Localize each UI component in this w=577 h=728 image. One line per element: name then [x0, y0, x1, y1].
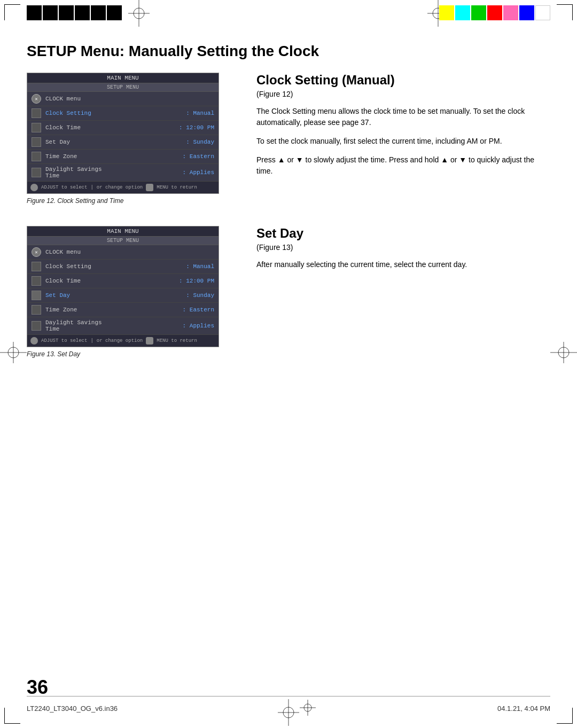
- menu13-label-1: Clock Time: [45, 278, 179, 284]
- menu12-footer: ADJUST to select | or change option MENU…: [27, 182, 219, 193]
- menu12-value-3: : Eastern: [183, 153, 214, 160]
- menu12-clock-icon: ✕: [32, 94, 41, 104]
- menu12-icon-2: [32, 137, 41, 147]
- black-bar-3: [59, 5, 74, 20]
- footer-right: 04.1.21, 4:04 PM: [497, 704, 550, 713]
- menu12-footer-icon2: [146, 184, 153, 191]
- menu12-value-0: : Manual: [186, 110, 214, 116]
- menu13-icon-2: [32, 291, 41, 300]
- menu13-icon-3: [32, 305, 41, 315]
- figure13-left: MAIN MENU SETUP MENU ✕ CLOCK menu Clock …: [27, 226, 240, 358]
- menu13-value-2: : Sunday: [186, 292, 214, 299]
- figure13-caption: Figure 13. Set Day: [27, 350, 240, 358]
- color-bar-1: [439, 5, 454, 20]
- color-bar-4: [487, 5, 502, 20]
- menu13-label-0: Clock Setting: [45, 263, 186, 270]
- menu12-footer-icon: [30, 184, 38, 191]
- menu13-value-4: : Applies: [183, 323, 214, 329]
- corner-mark-tr: [557, 4, 573, 20]
- menu13-item-0: Clock Setting : Manual: [27, 260, 219, 274]
- black-bar-1: [27, 5, 42, 20]
- black-bar-2: [43, 5, 58, 20]
- black-bar-6: [107, 5, 122, 20]
- menu12-clock-label: CLOCK menu: [45, 96, 214, 102]
- page-number: 36: [27, 676, 48, 699]
- menu13-footer-icon: [30, 337, 38, 345]
- menu13-footer-sep: |: [90, 338, 93, 343]
- crosshair-top-left: [128, 0, 150, 29]
- crosshair-right: [550, 342, 577, 365]
- corner-mark-bl: [4, 708, 20, 724]
- figure12-text2: To set the clock manually, first select …: [256, 136, 550, 147]
- menu12-label-2: Set Day: [45, 139, 186, 145]
- menu13-footer-text2: or change option: [97, 338, 143, 343]
- menu12-footer-text2: or change option: [97, 185, 143, 190]
- menu13-footer-text3: MENU to return: [157, 338, 197, 343]
- menu12-clock-menu: ✕ CLOCK menu: [27, 92, 219, 106]
- menu13-label-4: Daylight SavingsTime: [45, 319, 183, 332]
- menu13-icon-4: [32, 321, 41, 331]
- menu13-subheader: SETUP MENU: [27, 237, 219, 245]
- figure12-right: Clock Setting (Manual) (Figure 12) The C…: [256, 73, 550, 205]
- menu12-label-3: Time Zone: [45, 153, 183, 160]
- page-content: SETUP Menu: Manually Setting the Clock M…: [27, 32, 550, 701]
- figure12-text3: Press ▲ or ▼ to slowly adjust the time. …: [256, 154, 550, 177]
- menu13-label-2: Set Day: [45, 292, 186, 299]
- figure13-menu: MAIN MENU SETUP MENU ✕ CLOCK menu Clock …: [27, 226, 219, 347]
- menu12-subheader: SETUP MENU: [27, 83, 219, 92]
- black-bar-4: [75, 5, 90, 20]
- menu13-footer-icon2: [146, 337, 153, 345]
- figure12-heading: Clock Setting (Manual): [256, 73, 550, 88]
- page-footer: LT2240_LT3040_OG_v6.in36 04.1.21, 4:04 P…: [27, 696, 550, 717]
- menu13-clock-menu: ✕ CLOCK menu: [27, 245, 219, 260]
- page-title: SETUP Menu: Manually Setting the Clock: [27, 43, 550, 60]
- figure13-section: MAIN MENU SETUP MENU ✕ CLOCK menu Clock …: [27, 226, 550, 358]
- figure13-right: Set Day (Figure 13) After manually selec…: [256, 226, 550, 358]
- figure12-caption: Figure 12. Clock Setting and Time: [27, 197, 240, 205]
- figure13-text1: After manually selecting the current tim…: [256, 259, 550, 270]
- menu12-label-4: Daylight SavingsTime: [45, 166, 183, 179]
- menu13-clock-icon: ✕: [32, 247, 41, 257]
- menu13-item-4: Daylight SavingsTime : Applies: [27, 317, 219, 335]
- menu12-label-1: Clock Time: [45, 124, 179, 131]
- menu13-header: MAIN MENU: [27, 226, 219, 237]
- menu13-value-0: : Manual: [186, 263, 214, 270]
- menu12-icon-0: [32, 108, 41, 118]
- color-bar-2: [455, 5, 470, 20]
- menu12-item-2: Set Day : Sunday: [27, 135, 219, 150]
- menu12-value-1: : 12:00 PM: [179, 124, 214, 131]
- menu12-footer-text1: ADJUST to select: [41, 185, 87, 190]
- menu12-label-0: Clock Setting: [45, 110, 186, 116]
- color-bar-5: [503, 5, 518, 20]
- color-bar-3: [471, 5, 486, 20]
- color-bar-7: [535, 5, 550, 20]
- menu13-label-3: Time Zone: [45, 307, 183, 313]
- menu12-value-4: : Applies: [183, 169, 214, 176]
- footer-left: LT2240_LT3040_OG_v6.in36: [27, 704, 118, 713]
- menu13-item-3: Time Zone : Eastern: [27, 303, 219, 317]
- color-bars-top: [439, 5, 550, 20]
- menu13-icon-1: [32, 276, 41, 286]
- menu12-footer-text3: MENU to return: [157, 185, 197, 190]
- menu12-icon-4: [32, 168, 41, 177]
- black-bar-5: [91, 5, 106, 20]
- menu12-item-0: Clock Setting : Manual: [27, 106, 219, 121]
- black-bars-top: [27, 5, 122, 20]
- figure13-ref: (Figure 13): [256, 243, 550, 252]
- crosshair-left: [0, 342, 27, 365]
- menu12-value-2: : Sunday: [186, 139, 214, 145]
- menu13-value-3: : Eastern: [183, 307, 214, 313]
- menu13-icon-0: [32, 262, 41, 271]
- figure12-ref: (Figure 12): [256, 90, 550, 98]
- figure12-left: MAIN MENU SETUP MENU ✕ CLOCK menu Clock …: [27, 73, 240, 205]
- menu12-header: MAIN MENU: [27, 73, 219, 83]
- figure12-menu: MAIN MENU SETUP MENU ✕ CLOCK menu Clock …: [27, 73, 219, 194]
- menu13-item-2: Set Day : Sunday: [27, 288, 219, 303]
- menu12-icon-3: [32, 152, 41, 161]
- corner-mark-br: [557, 708, 573, 724]
- footer-center-crosshair: [300, 700, 316, 717]
- menu12-item-3: Time Zone : Eastern: [27, 150, 219, 164]
- menu12-icon-1: [32, 123, 41, 132]
- menu13-value-1: : 12:00 PM: [179, 278, 214, 284]
- menu12-footer-sep: |: [90, 185, 93, 190]
